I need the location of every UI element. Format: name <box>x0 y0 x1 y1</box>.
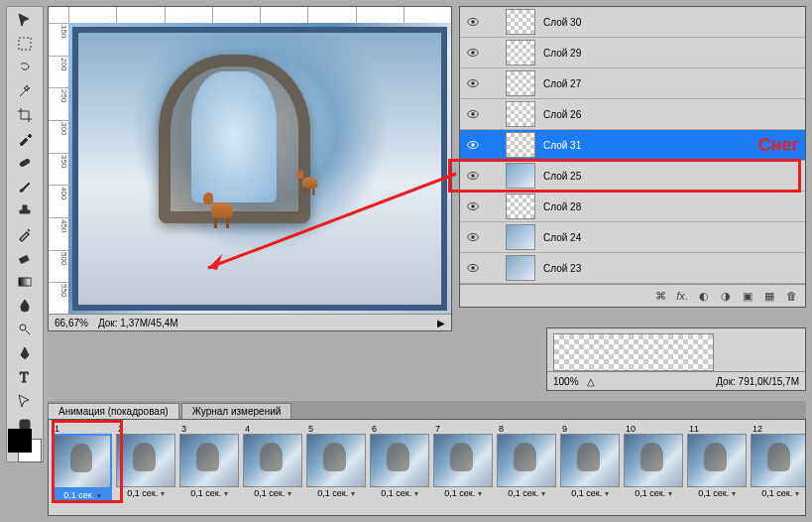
layer-row[interactable]: Слой 23 <box>460 253 805 284</box>
layer-thumbnail[interactable] <box>506 40 535 65</box>
layer-row[interactable]: Слой 30 <box>460 7 805 38</box>
tool-path[interactable] <box>11 390 39 412</box>
tab-log[interactable]: Журнал измерений <box>181 403 292 419</box>
tool-wand[interactable] <box>11 80 39 102</box>
layer-name[interactable]: Слой 30 <box>543 17 799 28</box>
layer-row[interactable]: Слой 28 <box>460 192 805 222</box>
frame-delay[interactable]: 0,1 сек. ▾ <box>560 487 620 499</box>
tool-pen[interactable] <box>11 342 39 364</box>
animation-frame[interactable]: 110,1 сек. ▾ <box>687 424 747 516</box>
frame-delay[interactable]: 0,1 сек. ▾ <box>624 487 683 499</box>
navigator-preview[interactable] <box>553 333 714 371</box>
frame-thumbnail[interactable] <box>53 434 112 489</box>
frame-delay[interactable]: 0,1 сек. ▾ <box>116 487 175 499</box>
tool-move[interactable] <box>11 9 39 31</box>
frame-thumbnail[interactable] <box>370 434 429 487</box>
new-icon[interactable]: ▦ <box>759 287 779 305</box>
mask-icon[interactable]: ◐ <box>694 287 714 305</box>
layer-name[interactable]: Слой 27 <box>543 78 799 89</box>
link-icon[interactable]: ⌘ <box>650 287 670 305</box>
frame-delay[interactable]: 0,1 сек. ▾ <box>179 487 239 499</box>
trash-icon[interactable]: 🗑 <box>781 287 801 305</box>
layer-name[interactable]: Слой 26 <box>543 109 799 120</box>
tool-dodge[interactable] <box>11 319 39 340</box>
animation-frame[interactable]: 50,1 сек. ▾ <box>306 424 366 516</box>
tab-animation[interactable]: Анимация (покадровая) <box>48 403 179 419</box>
tool-lasso[interactable] <box>11 57 39 78</box>
animation-frame[interactable]: 30,1 сек. ▾ <box>179 424 239 516</box>
animation-frame[interactable]: 80,1 сек. ▾ <box>497 424 556 516</box>
layer-row[interactable]: Слой 31Снег <box>460 130 805 161</box>
visibility-icon[interactable] <box>466 261 480 275</box>
frame-thumbnail[interactable] <box>243 434 302 487</box>
layer-thumbnail[interactable] <box>506 132 535 158</box>
layer-name[interactable]: Слой 31 <box>543 140 743 151</box>
frame-delay[interactable]: 0,1 сек. ▾ <box>53 489 112 501</box>
frame-delay[interactable]: 0,1 сек. ▾ <box>370 487 429 499</box>
layer-name[interactable]: Слой 23 <box>543 263 799 274</box>
frame-thumbnail[interactable] <box>433 434 493 487</box>
layer-row[interactable]: Слой 27 <box>460 68 805 99</box>
visibility-icon[interactable] <box>466 107 480 121</box>
frame-thumbnail[interactable] <box>687 434 747 487</box>
frame-thumbnail[interactable] <box>116 434 175 487</box>
layer-thumbnail[interactable] <box>506 70 535 96</box>
frame-delay[interactable]: 0,1 сек. ▾ <box>497 487 556 499</box>
frame-thumbnail[interactable] <box>306 434 366 487</box>
frame-thumbnail[interactable] <box>560 434 620 487</box>
canvas[interactable] <box>68 23 451 315</box>
tool-stamp[interactable] <box>11 199 39 221</box>
visibility-icon[interactable] <box>466 15 480 29</box>
layer-thumbnail[interactable] <box>506 194 535 219</box>
frame-delay[interactable]: 0,1 сек. ▾ <box>687 487 747 499</box>
layer-name[interactable]: Слой 25 <box>543 171 799 182</box>
layer-thumbnail[interactable] <box>506 101 535 127</box>
visibility-icon[interactable] <box>466 230 480 244</box>
visibility-icon[interactable] <box>466 138 480 152</box>
animation-frame[interactable]: 40,1 сек. ▾ <box>243 424 302 516</box>
tool-marquee[interactable] <box>11 33 39 55</box>
animation-frame[interactable]: 20,1 сек. ▾ <box>116 424 175 516</box>
frame-delay[interactable]: 0,1 сек. ▾ <box>433 487 493 499</box>
adjust-icon[interactable]: ◑ <box>716 287 736 305</box>
layer-name[interactable]: Слой 29 <box>543 48 799 59</box>
animation-frame[interactable]: 60,1 сек. ▾ <box>370 424 429 516</box>
frame-thumbnail[interactable] <box>179 434 239 487</box>
frames-strip[interactable]: 10,1 сек. ▾20,1 сек. ▾30,1 сек. ▾40,1 се… <box>49 420 805 516</box>
tool-crop[interactable] <box>11 104 39 126</box>
color-swatches[interactable] <box>6 427 42 462</box>
visibility-icon[interactable] <box>466 169 480 183</box>
visibility-icon[interactable] <box>466 199 480 213</box>
tool-history[interactable] <box>11 223 39 245</box>
layer-row[interactable]: Слой 29 <box>460 38 805 68</box>
foreground-color[interactable] <box>8 429 32 453</box>
layer-thumbnail[interactable] <box>506 255 535 281</box>
animation-frame[interactable]: 10,1 сек. ▾ <box>53 424 112 516</box>
visibility-icon[interactable] <box>466 46 480 60</box>
frame-delay[interactable]: 0,1 сек. ▾ <box>306 487 366 499</box>
layer-thumbnail[interactable] <box>506 224 535 250</box>
tool-blur[interactable] <box>11 295 39 317</box>
zoom-level[interactable]: 66,67% <box>55 318 88 328</box>
nav-slider[interactable]: △ <box>587 376 601 387</box>
frame-thumbnail[interactable] <box>624 434 683 487</box>
group-icon[interactable]: ▣ <box>738 287 757 305</box>
animation-frame[interactable]: 100,1 сек. ▾ <box>624 424 683 516</box>
layer-row[interactable]: Слой 24 <box>460 222 805 253</box>
visibility-icon[interactable] <box>466 76 480 90</box>
tool-eraser[interactable] <box>11 247 39 269</box>
tool-brush[interactable] <box>11 176 39 197</box>
tool-type[interactable]: T <box>11 366 39 388</box>
animation-frame[interactable]: 120,1 сек. ▾ <box>751 424 805 516</box>
tool-gradient[interactable] <box>11 271 39 293</box>
tool-heal[interactable] <box>11 152 39 174</box>
frame-delay[interactable]: 0,1 сек. ▾ <box>243 487 302 499</box>
layer-thumbnail[interactable] <box>506 9 535 35</box>
animation-frame[interactable]: 70,1 сек. ▾ <box>433 424 493 516</box>
layer-row[interactable]: Слой 25 <box>460 161 805 192</box>
layer-name[interactable]: Слой 28 <box>543 201 799 212</box>
nav-zoom[interactable]: 100% <box>553 376 579 387</box>
animation-frame[interactable]: 90,1 сек. ▾ <box>560 424 620 516</box>
frame-thumbnail[interactable] <box>497 434 556 487</box>
fx-icon[interactable]: fx. <box>672 287 692 305</box>
